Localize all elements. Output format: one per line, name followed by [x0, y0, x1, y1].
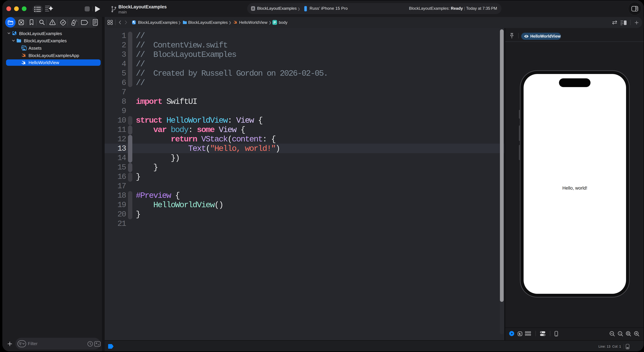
svg-text:1: 1	[619, 332, 621, 335]
